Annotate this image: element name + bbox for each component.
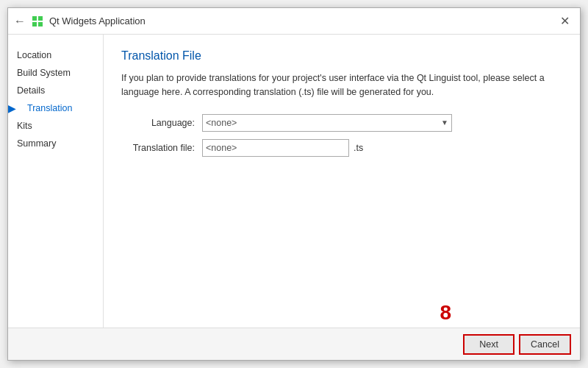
language-row: Language: <none> ▼ <box>121 114 562 132</box>
sidebar-item-translation[interactable]: ▶ Translation <box>8 99 103 117</box>
sidebar-item-summary[interactable]: Summary <box>8 135 103 152</box>
sidebar: Location Build System Details ▶ Translat… <box>8 35 104 328</box>
svg-rect-2 <box>32 22 37 26</box>
translation-file-input[interactable]: <none> <box>202 139 349 157</box>
dialog-window: ← Qt Widgets Application ✕ Location Buil… <box>7 7 581 361</box>
app-icon <box>32 15 43 27</box>
translation-file-label: Translation file: <box>121 143 202 153</box>
dropdown-arrow-icon: ▼ <box>441 118 448 127</box>
title-bar-left: ← Qt Widgets Application <box>14 15 146 28</box>
svg-rect-3 <box>38 22 43 26</box>
sidebar-item-details[interactable]: Details <box>8 82 103 99</box>
window-title: Qt Widgets Application <box>49 15 146 26</box>
title-bar: ← Qt Widgets Application ✕ <box>8 8 580 35</box>
page-title: Translation File <box>121 49 562 63</box>
dialog-footer: 8 Next Cancel <box>8 328 580 360</box>
language-selected-value: <none> <box>206 118 237 128</box>
sidebar-item-build-system[interactable]: Build System <box>8 64 103 82</box>
annotation-number: 8 <box>440 301 451 325</box>
back-button[interactable]: ← <box>14 15 26 28</box>
svg-rect-1 <box>38 16 43 21</box>
close-button[interactable]: ✕ <box>556 13 574 29</box>
ts-extension: .ts <box>354 143 363 153</box>
svg-rect-0 <box>32 16 37 21</box>
translation-file-value: <none> <box>206 143 237 153</box>
cancel-button[interactable]: Cancel <box>519 334 571 355</box>
translation-file-row: Translation file: <none> .ts <box>121 139 562 157</box>
description-text: If you plan to provide translations for … <box>121 71 548 99</box>
next-button[interactable]: Next <box>463 334 514 355</box>
dialog-body: Location Build System Details ▶ Translat… <box>8 35 580 328</box>
language-select[interactable]: <none> ▼ <box>202 114 452 132</box>
active-arrow-icon: ▶ <box>8 102 16 114</box>
language-label: Language: <box>121 118 202 128</box>
translation-file-control-wrap: <none> .ts <box>202 139 562 157</box>
language-control-wrap: <none> ▼ <box>202 114 562 132</box>
main-content: Translation File If you plan to provide … <box>104 35 580 328</box>
sidebar-item-kits[interactable]: Kits <box>8 117 103 135</box>
sidebar-item-location[interactable]: Location <box>8 46 103 64</box>
